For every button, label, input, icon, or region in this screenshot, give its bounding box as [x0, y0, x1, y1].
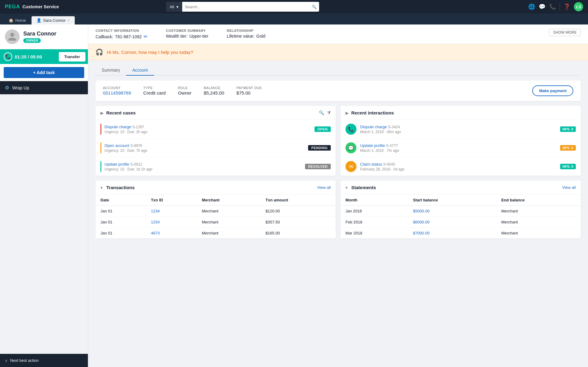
table-row: Mar 2018 $7000.00 Merchant — [341, 228, 581, 239]
col-txn-id: Txn ID — [146, 195, 197, 206]
col-month: Month — [341, 195, 408, 206]
tabs-bar: 🏠 Home 👤 Sara Connor ✕ — [0, 13, 588, 24]
contact-info-section: CONTACT INFORMATION Callback: 781-987-10… — [96, 29, 148, 39]
transactions-view-all[interactable]: View all — [317, 185, 331, 190]
add-task-button[interactable]: + Add task — [4, 67, 84, 78]
case-item: Open account S-8976 Urgency: 10 · Due: 7… — [96, 139, 336, 157]
tab-sara-connor[interactable]: 👤 Sara Connor ✕ — [32, 16, 75, 24]
case-status: PENDING — [308, 145, 331, 151]
payment-due-label: PAYMENT DUE — [236, 86, 262, 90]
customer-name: Sara Connor — [23, 31, 56, 37]
wealth-tier-label: Wealth tier: — [166, 34, 188, 39]
search-type-dropdown[interactable]: All ▾ — [166, 2, 182, 12]
case-meta: Urgency: 10 · Due: 7h ago — [104, 148, 305, 153]
wrap-up-row[interactable]: ⚙ Wrap Up — [0, 81, 88, 94]
txn-id-link[interactable]: 1234 — [151, 209, 160, 213]
interaction-date: March 1, 2018 · 7hr ago — [360, 148, 556, 153]
phone-icon[interactable]: 📞 — [549, 3, 556, 10]
main-layout: Sara Connor OWNER 📞 01:25 / 05:00 Transf… — [0, 24, 588, 367]
end-balance: Merchant — [496, 217, 581, 228]
account-balance-field: BALANCE $5,245.00 — [204, 86, 224, 95]
role-label: ROLE — [178, 86, 191, 90]
filter-cases-icon[interactable]: ⧩ — [327, 110, 331, 115]
show-more-button[interactable]: SHOW MORE — [549, 29, 581, 36]
collapse-transactions-icon[interactable]: ▾ — [100, 185, 103, 190]
search-bar[interactable]: All ▾ 🔍 — [166, 2, 319, 12]
interaction-name[interactable]: Dispute charge — [360, 125, 387, 129]
interaction-name[interactable]: Claim status — [360, 162, 382, 167]
table-row: Feb 2018 $6000.00 Merchant — [341, 217, 581, 228]
owner-badge: OWNER — [23, 38, 41, 43]
edit-callback-icon[interactable]: ✏ — [144, 34, 148, 39]
case-name[interactable]: Open account — [104, 143, 129, 148]
tab-summary[interactable]: Summary — [96, 65, 126, 76]
customer-tab-icon: 👤 — [36, 18, 41, 23]
case-info: Update profile S-0912 Urgency: 10 · Due:… — [104, 162, 302, 171]
interaction-info: Dispute charge S-3424 March 1, 2018 · 45… — [360, 125, 556, 134]
collapse-statements-icon[interactable]: ▾ — [345, 185, 348, 190]
expand-cases-icon[interactable]: ▶ — [100, 110, 104, 115]
relationship-section: RELATIONSHIP Lifetime value: Gold — [227, 29, 266, 39]
customer-summary-label: CUSTOMER SUMMARY — [166, 29, 209, 32]
close-tab-icon[interactable]: ✕ — [67, 19, 70, 22]
txn-amount: $165.00 — [261, 228, 336, 239]
app-name: Customer Service — [22, 4, 59, 9]
case-info: Open account S-8976 Urgency: 10 · Due: 7… — [104, 143, 305, 153]
transactions-header: ▾ Transactions View all — [96, 181, 336, 195]
stmt-month: Feb 2018 — [341, 217, 408, 228]
case-name[interactable]: Update profile — [104, 162, 129, 167]
tab-home[interactable]: 🏠 Home — [4, 16, 31, 24]
interaction-item: 💬 Update profile S-4777 March 1, 2018 · … — [341, 139, 581, 157]
type-value: Credit card — [143, 90, 166, 95]
email-interaction-icon: ✉ — [345, 161, 356, 172]
txn-id-link[interactable]: 4673 — [151, 231, 160, 235]
interaction-name[interactable]: Update profile — [360, 143, 385, 148]
stmt-month: Mar 2018 — [341, 228, 408, 239]
interaction-id: S-9345 — [383, 162, 395, 167]
account-role-field: ROLE Owner — [178, 86, 191, 95]
end-balance: Merchant — [496, 206, 581, 217]
recent-cases-title: Recent cases — [106, 110, 316, 115]
start-balance-link[interactable]: $6000.00 — [413, 220, 429, 224]
statements-panel: ▾ Statements View all Month Start balanc… — [341, 181, 581, 238]
start-balance-link[interactable]: $7000.00 — [413, 231, 429, 235]
interaction-item: ✉ Claim status S-9345 February 28, 2018 … — [341, 157, 581, 176]
user-avatar[interactable]: LS — [574, 2, 583, 11]
start-balance-link[interactable]: $5000.00 — [413, 209, 429, 213]
callback-value: Callback: 781-987-1092 ✏ — [96, 34, 148, 39]
transfer-button[interactable]: Transfer — [59, 52, 85, 62]
tab-account[interactable]: Account — [126, 65, 154, 76]
nps-badge: NPS: 8 — [560, 126, 576, 132]
nps-badge: NPS: 6 — [560, 145, 576, 151]
transactions-table: Date Txn ID Merchant Txn amount Jan 01 1… — [96, 195, 336, 238]
case-name[interactable]: Dispute charge — [104, 125, 131, 129]
customer-info-bar: CONTACT INFORMATION Callback: 781-987-10… — [88, 24, 588, 44]
timer-display: 📞 01:25 / 05:00 — [0, 49, 56, 64]
case-status: RESOLVED — [305, 164, 331, 169]
contact-info-label: CONTACT INFORMATION — [96, 29, 148, 32]
search-cases-icon[interactable]: 🔍 — [319, 110, 324, 115]
statements-view-all[interactable]: View all — [562, 185, 576, 190]
txn-amount: $120.00 — [261, 206, 336, 217]
help-icon[interactable]: ❓ — [564, 3, 570, 10]
table-row: Jan 01 1234 Merchant $120.00 — [96, 206, 336, 217]
txn-id-link[interactable]: 1254 — [151, 220, 160, 224]
interactions-header: ▶ Recent interactions — [341, 106, 581, 120]
cases-header-icons: 🔍 ⧩ — [319, 110, 331, 115]
top-navigation: PEGA Customer Service All ▾ 🔍 🌐 💬 📞 ❓ LS — [0, 0, 588, 13]
urgency-bar — [100, 161, 101, 172]
next-best-action-bar[interactable]: ∧ Next best action — [0, 354, 88, 367]
globe-icon[interactable]: 🌐 — [528, 3, 535, 10]
search-input[interactable] — [185, 5, 312, 9]
headset-icon: 🎧 — [96, 48, 103, 56]
chevron-up-icon: ∧ — [5, 358, 8, 363]
txn-merchant: Merchant — [197, 228, 261, 239]
message-icon[interactable]: 💬 — [539, 3, 545, 10]
account-number[interactable]: 00114598769 — [103, 90, 131, 95]
search-input-wrap[interactable]: 🔍 — [182, 2, 319, 12]
right-column: ▶ Recent interactions 📞 Dispute charge S… — [341, 106, 581, 243]
interaction-id: S-3424 — [388, 125, 400, 129]
wealth-tier-value: Wealth tier: Upper-tier — [166, 34, 209, 39]
make-payment-button[interactable]: Make payment — [532, 85, 573, 96]
expand-interactions-icon[interactable]: ▶ — [345, 110, 349, 115]
